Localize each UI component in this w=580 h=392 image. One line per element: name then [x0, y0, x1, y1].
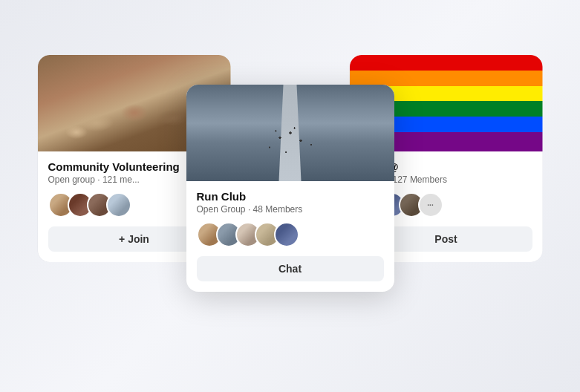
card-body-center: Run Club Open Group · 48 Members Chat [186, 181, 394, 292]
post-button-label: Post [434, 233, 457, 245]
card-run-club: Run Club Open Group · 48 Members Chat [186, 85, 394, 292]
chat-button[interactable]: Chat [197, 256, 384, 281]
chat-button-label: Chat [278, 263, 302, 275]
avatars-runclub [197, 222, 384, 247]
avatar-more: ··· [418, 192, 443, 218]
avatar-rc-5 [274, 222, 299, 247]
card-image-runclub [186, 85, 394, 181]
join-button-label: + Join [119, 233, 149, 245]
card-meta-runclub: Open Group · 48 Members [197, 204, 384, 215]
cards-container: Community Volunteering Open group · 121 … [38, 40, 543, 352]
card-title-runclub: Run Club [197, 190, 384, 203]
avatar-4 [106, 192, 131, 218]
